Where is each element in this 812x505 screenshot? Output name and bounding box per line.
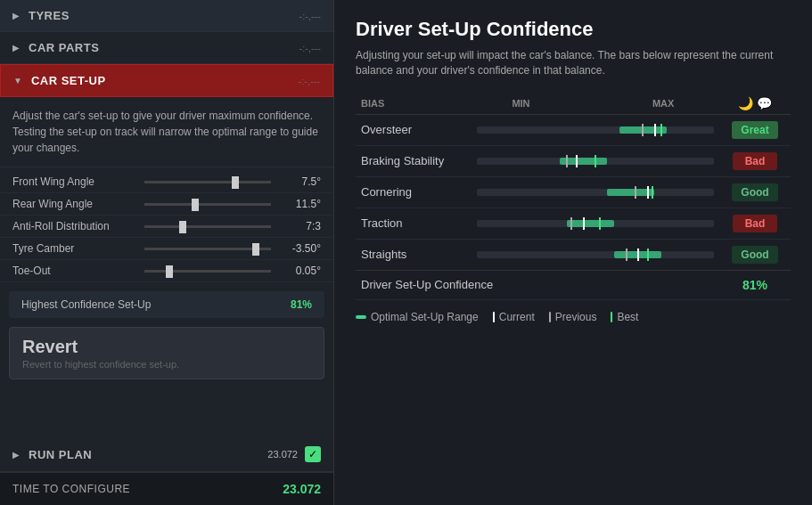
sidebar-item-tyres[interactable]: ▶ Tyres -:-,--- bbox=[0, 0, 333, 32]
rating-badge: Good bbox=[732, 246, 777, 264]
bias-bar-cell[interactable] bbox=[472, 114, 719, 145]
ttc-value: 23.072 bbox=[283, 482, 321, 496]
legend-previous-dot bbox=[549, 312, 551, 322]
col-header-bias: Bias bbox=[356, 93, 472, 115]
bias-label: Traction bbox=[356, 208, 472, 239]
param-tyre-camber-label: Tyre Camber bbox=[12, 242, 137, 255]
col-header-max: Max bbox=[607, 93, 719, 115]
param-rear-wing-slider[interactable] bbox=[144, 203, 271, 206]
rating-badge: Bad bbox=[733, 152, 777, 170]
legend-best: Best bbox=[611, 311, 638, 323]
marker-previous bbox=[566, 155, 568, 167]
bias-bar[interactable] bbox=[477, 251, 714, 258]
marker-best bbox=[660, 124, 662, 136]
highest-confidence-value: 81% bbox=[291, 298, 312, 311]
bias-bar-cell[interactable] bbox=[472, 145, 719, 176]
bias-label: Straights bbox=[356, 239, 472, 270]
bias-row: Traction Bad bbox=[356, 208, 791, 239]
bias-bar-cell[interactable] bbox=[472, 176, 719, 208]
bias-label: Braking Stability bbox=[356, 145, 472, 176]
bias-bar[interactable] bbox=[477, 220, 714, 227]
bias-row: Oversteer Great bbox=[356, 114, 791, 145]
legend-best-label: Best bbox=[617, 311, 638, 323]
param-rear-wing[interactable]: Rear Wing Angle 11.5° bbox=[0, 193, 333, 216]
bias-label: Oversteer bbox=[356, 114, 472, 145]
bias-rating: Good bbox=[719, 239, 791, 270]
param-toe-out-value: 0.05° bbox=[278, 265, 321, 277]
param-front-wing[interactable]: Front Wing Angle 7.5° bbox=[0, 171, 333, 193]
car-parts-chevron: ▶ bbox=[12, 43, 20, 53]
legend-current-dot bbox=[493, 312, 495, 322]
run-plan-check-icon: ✓ bbox=[305, 446, 321, 462]
main-panel: Driver Set-Up Confidence Adjusting your … bbox=[334, 0, 812, 505]
tyres-chevron: ▶ bbox=[12, 11, 20, 20]
bias-row: Cornering Good bbox=[356, 176, 791, 208]
bias-bar[interactable] bbox=[477, 126, 714, 134]
col-header-spacer bbox=[570, 93, 607, 115]
sidebar-item-run-plan[interactable]: ▶ Run Plan 23.072 ✓ bbox=[0, 437, 333, 472]
car-setup-description: Adjust the car's set-up to give your dri… bbox=[0, 97, 333, 167]
rating-badge: Great bbox=[732, 121, 777, 139]
param-anti-roll-slider[interactable] bbox=[144, 225, 271, 228]
tyres-label: Tyres bbox=[29, 9, 299, 22]
marker-previous bbox=[635, 186, 636, 199]
marker-best bbox=[599, 217, 601, 230]
sidebar-item-car-setup[interactable]: ▼ Car Set-Up -:-,--- bbox=[0, 64, 333, 97]
ttc-label: Time To Configure bbox=[12, 483, 130, 495]
legend-previous-label: Previous bbox=[555, 311, 597, 323]
bias-table: Bias Min Max 🌙 💬 Oversteer bbox=[356, 93, 791, 300]
legend-best-dot bbox=[611, 312, 612, 322]
marker-current bbox=[647, 186, 649, 199]
panel-description: Adjusting your set-up will impact the ca… bbox=[356, 48, 791, 78]
setup-params-list: Front Wing Angle 7.5° Rear Wing Angle 11… bbox=[0, 167, 333, 286]
param-toe-out-slider[interactable] bbox=[144, 270, 271, 273]
marker-current bbox=[637, 248, 639, 261]
param-front-wing-value: 7.5° bbox=[278, 175, 321, 188]
car-setup-label: Car Set-Up bbox=[31, 74, 299, 87]
confidence-value: 81% bbox=[719, 270, 791, 299]
legend-optimal: Optimal Set-Up Range bbox=[356, 311, 479, 323]
bias-bar-cell[interactable] bbox=[472, 239, 719, 270]
bias-label: Cornering bbox=[356, 176, 472, 208]
legend-optimal-dot bbox=[356, 315, 366, 319]
highest-confidence-label: Highest Confidence Set-Up bbox=[21, 298, 151, 311]
param-rear-wing-label: Rear Wing Angle bbox=[12, 198, 137, 210]
param-tyre-camber-slider[interactable] bbox=[144, 248, 271, 250]
param-tyre-camber[interactable]: Tyre Camber -3.50° bbox=[0, 238, 333, 260]
rating-badge: Good bbox=[732, 183, 777, 201]
param-anti-roll-value: 7:3 bbox=[278, 220, 321, 232]
bias-bar-cell[interactable] bbox=[472, 208, 719, 239]
legend-current: Current bbox=[493, 311, 535, 323]
revert-button[interactable]: Revert Revert to highest confidence set-… bbox=[9, 327, 324, 379]
car-parts-label: Car Parts bbox=[29, 41, 299, 54]
run-plan-chevron: ▶ bbox=[12, 450, 20, 460]
panel-title: Driver Set-Up Confidence bbox=[356, 18, 791, 41]
legend-optimal-label: Optimal Set-Up Range bbox=[371, 311, 479, 323]
param-tyre-camber-value: -3.50° bbox=[278, 242, 321, 255]
run-plan-value: 23.072 bbox=[267, 449, 298, 460]
car-setup-value: -:-,--- bbox=[299, 76, 320, 86]
bias-rating: Bad bbox=[719, 208, 791, 239]
marker-current bbox=[583, 217, 585, 230]
rating-badge: Bad bbox=[733, 215, 777, 232]
marker-current bbox=[576, 155, 578, 167]
highest-confidence-row: Highest Confidence Set-Up 81% bbox=[9, 291, 324, 318]
car-parts-value: -:-,--- bbox=[299, 43, 321, 53]
sidebar-item-car-parts[interactable]: ▶ Car Parts -:-,--- bbox=[0, 32, 333, 64]
col-header-min: Min bbox=[472, 93, 570, 115]
bias-row: Straights Good bbox=[356, 239, 791, 270]
sidebar: ▶ Tyres -:-,--- ▶ Car Parts -:-,--- ▼ Ca… bbox=[0, 0, 334, 505]
tyres-value: -:-,--- bbox=[299, 11, 321, 21]
confidence-label: Driver Set-Up Confidence bbox=[356, 270, 719, 299]
sidebar-bottom: ▶ Run Plan 23.072 ✓ Time To Configure 23… bbox=[0, 437, 333, 505]
param-front-wing-slider[interactable] bbox=[144, 181, 271, 183]
bias-rating: Good bbox=[719, 176, 791, 208]
bias-bar[interactable] bbox=[477, 189, 714, 196]
param-anti-roll[interactable]: Anti-Roll Distribution 7:3 bbox=[0, 216, 333, 238]
bias-row: Braking Stability Bad bbox=[356, 145, 791, 176]
param-toe-out[interactable]: Toe-Out 0.05° bbox=[0, 260, 333, 282]
bias-bar[interactable] bbox=[477, 158, 714, 165]
car-setup-chevron: ▼ bbox=[13, 76, 22, 86]
marker-best bbox=[652, 186, 653, 199]
run-plan-label: Run Plan bbox=[29, 448, 267, 461]
